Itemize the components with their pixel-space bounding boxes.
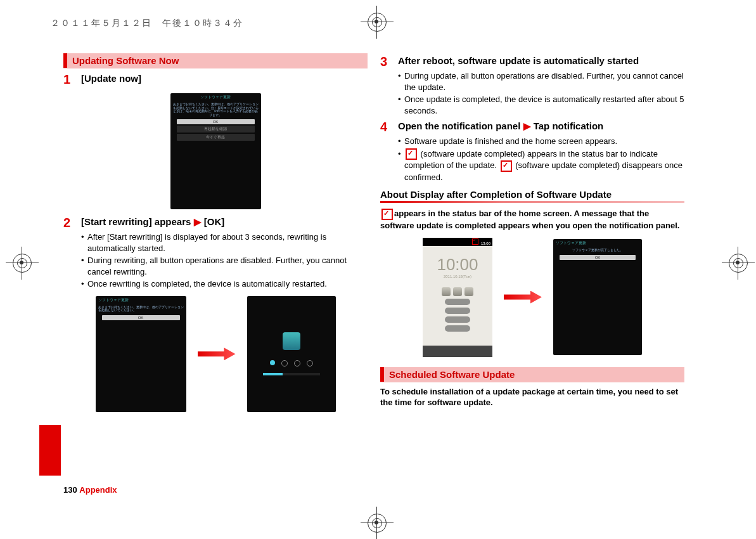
registration-mark-bottom xyxy=(368,514,387,533)
home-dock xyxy=(423,346,492,357)
bullet-item: Software update is finished and the home… xyxy=(398,136,684,147)
status-time: 13:00 xyxy=(481,242,490,245)
bullet-item: During rewriting, all button operations … xyxy=(81,255,368,277)
screenshot-row-3: 13:00 10:00 2011.10.18(Tue) ソフトウェア更新 ソフト… xyxy=(380,238,684,357)
arrow-icon xyxy=(504,291,542,304)
registration-mark-left xyxy=(13,254,32,273)
section-header-text: Scheduled Software Update xyxy=(380,367,520,382)
phone-mockup-complete-dialog: ソフトウェア更新 ソフトウェア更新が完了しました。 OK xyxy=(553,239,642,355)
step-title-part-a: [Start rewriting] appears xyxy=(81,216,194,227)
update-complete-icon xyxy=(406,148,417,160)
bullet-item: After [Start rewriting] is displayed for… xyxy=(81,231,368,254)
section-header-text: Updating Software Now xyxy=(63,53,184,68)
step-4: 4 Open the notification panel ▶ Tap noti… xyxy=(380,120,684,134)
registration-mark-right xyxy=(729,254,748,273)
status-bar: 13:00 xyxy=(423,238,492,246)
step-title-part-b: [OK] xyxy=(202,216,225,227)
left-column: Updating Software Now 1 [Update now] ソフト… xyxy=(63,51,368,495)
home-apps xyxy=(423,287,492,296)
heading-underline xyxy=(380,201,684,203)
print-timestamp: ２０１１年５月１２日 午後１０時３４分 xyxy=(51,18,243,29)
dialog-ok-button[interactable]: OK xyxy=(560,255,636,260)
home-pill xyxy=(445,308,470,314)
step-number: 4 xyxy=(380,120,398,134)
dialog-body: あきまでお待ちください。更新中は、他のアプリケーションを起動しないでください。 xyxy=(96,304,186,314)
step-title: Open the notification panel ▶ Tap notifi… xyxy=(398,120,603,133)
scheduled-paragraph: To schedule installation of a update pac… xyxy=(380,386,684,408)
arrow-icon xyxy=(198,347,236,360)
phone-mockup-dialog: ソフトウェア更新 あきまでお待ちください。更新中は、他のアプリケーションを起動し… xyxy=(170,93,261,209)
phone-mockup-rewriting: ソフトウェア更新 あきまでお待ちください。更新中は、他のアプリケーションを起動し… xyxy=(96,296,186,412)
step-4-bullets: Software update is finished and the home… xyxy=(398,136,684,183)
right-column: 3 After reboot, software update is autom… xyxy=(380,51,684,495)
page-content: Updating Software Now 1 [Update now] ソフト… xyxy=(63,51,684,495)
page-number: 130 xyxy=(63,485,77,495)
dialog-title: ソフトウェア更新 xyxy=(553,239,642,247)
dialog-button-2[interactable]: 再起動を確認 xyxy=(177,126,255,133)
step-2: 2 [Start rewriting] appears ▶ [OK] xyxy=(63,216,368,230)
phone-mockup-home: 13:00 10:00 2011.10.18(Tue) xyxy=(423,238,492,357)
section-header-updating-now: Updating Software Now xyxy=(63,53,368,68)
dialog-body: あきまでお待ちください。更新中は、他のアプリケーションを起動しないでください。注… xyxy=(170,101,261,118)
step-3-bullets: During update, all button operations are… xyxy=(398,70,684,116)
page-footer: 130 Appendix xyxy=(63,485,117,495)
bullet-item: Once rewriting is completed, the device … xyxy=(81,278,368,290)
home-pill xyxy=(445,316,470,323)
update-complete-icon xyxy=(381,209,393,220)
bullet-item: (software update completed) appears in t… xyxy=(398,148,684,183)
home-clock: 10:00 xyxy=(423,255,492,275)
screenshot-1: ソフトウェア更新 あきまでお待ちください。更新中は、他のアプリケーションを起動し… xyxy=(63,93,368,209)
update-complete-icon xyxy=(472,238,478,245)
screenshot-row-2: ソフトウェア更新 あきまでお待ちください。更新中は、他のアプリケーションを起動し… xyxy=(63,296,368,412)
boot-icon xyxy=(283,332,300,350)
paragraph-text: appears in the status bar of the home sc… xyxy=(380,209,679,230)
edge-tab xyxy=(39,425,61,476)
triangle-icon: ▶ xyxy=(523,120,531,131)
dialog-title: ソフトウェア更新 xyxy=(170,93,261,101)
step-1: 1 [Update now] xyxy=(63,72,368,87)
bullet-item: Once update is completed, the device is … xyxy=(398,94,684,116)
step-title: [Start rewriting] appears ▶ [OK] xyxy=(81,216,224,228)
section-header-scheduled: Scheduled Software Update xyxy=(380,367,684,382)
home-pill xyxy=(445,299,470,305)
subheading: About Display after Completion of Softwa… xyxy=(380,189,684,200)
dialog-button-3[interactable]: 今すぐ再起 xyxy=(177,134,255,141)
step-3: 3 After reboot, software update is autom… xyxy=(380,55,684,69)
triangle-icon: ▶ xyxy=(194,216,202,227)
progress-bar xyxy=(263,373,320,375)
step-number: 1 xyxy=(63,72,81,87)
update-complete-icon xyxy=(501,160,512,172)
step-number: 3 xyxy=(380,55,398,69)
home-date: 2011.10.18(Tue) xyxy=(423,275,492,278)
step-title: After reboot, software update is automat… xyxy=(398,55,639,67)
step-number: 2 xyxy=(63,216,81,230)
step-title: [Update now] xyxy=(81,72,141,85)
step-title-part-b: Tap notification xyxy=(531,120,604,131)
bullet-item: During update, all button operations are… xyxy=(398,70,684,93)
home-pill xyxy=(445,325,470,332)
phone-mockup-boot xyxy=(247,296,336,412)
dialog-ok-button[interactable]: OK xyxy=(102,315,180,320)
dialog-ok-button[interactable]: OK xyxy=(177,119,255,124)
progress-dots xyxy=(270,360,313,367)
completion-paragraph: appears in the status bar of the home sc… xyxy=(380,208,684,231)
step-title-part-a: Open the notification panel xyxy=(398,120,523,131)
dialog-message: ソフトウェア更新が完了しました。 xyxy=(553,247,642,254)
dialog-title: ソフトウェア更新 xyxy=(96,296,186,304)
registration-mark-top xyxy=(368,13,387,32)
footer-section: Appendix xyxy=(79,485,117,495)
step-2-bullets: After [Start rewriting] is displayed for… xyxy=(81,231,368,290)
